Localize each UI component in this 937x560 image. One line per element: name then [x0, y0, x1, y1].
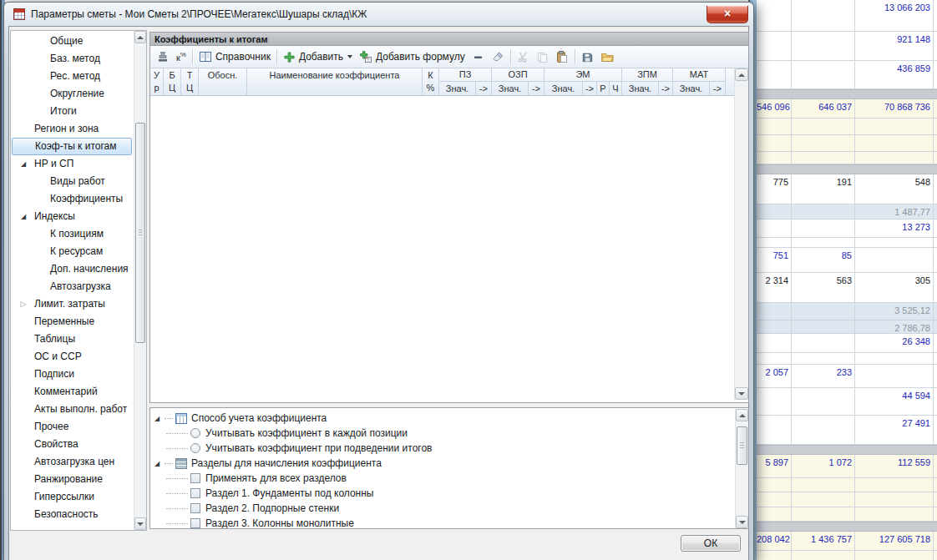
delete-button[interactable] — [468, 48, 488, 66]
col-header-bc[interactable]: БЦ — [164, 68, 181, 95]
add-formula-button[interactable]: Добавить формулу — [356, 48, 468, 66]
col-header-kpct[interactable]: К% — [423, 68, 439, 95]
checkbox[interactable] — [190, 518, 200, 528]
sidebar-item[interactable]: Гиперссылки — [12, 488, 132, 506]
col-group-em[interactable]: ЭМ Знач. -> Р Ч — [544, 68, 622, 95]
scroll-up-button[interactable] — [736, 409, 748, 421]
tree-node-checkbox[interactable]: Применять для всех разделов — [150, 471, 734, 486]
tree-node-group[interactable]: ◢Разделы для начисления коэффициента — [150, 456, 734, 471]
sidebar-item[interactable]: Коэффициенты — [12, 190, 132, 208]
tree-expanded-icon[interactable]: ◢ — [154, 415, 165, 422]
sidebar-item[interactable]: Общие — [12, 33, 132, 50]
title-bar[interactable]: Параметры сметы - Мои Сметы 2\ПРОЧЕЕ\Мег… — [4, 3, 753, 26]
scroll-down-button[interactable] — [735, 387, 748, 400]
tree-option-label: Учитывать коэффициент при подведении ито… — [205, 442, 432, 454]
coefficients-grid: Ур БЦ ТЦ Обосн. Наименование коэффициент… — [150, 68, 748, 401]
subcol-header[interactable]: Знач. — [439, 82, 476, 95]
tree-node-radio[interactable]: Учитывать коэффициент при подведении ито… — [150, 441, 734, 456]
sidebar-item[interactable]: К позициям — [12, 225, 132, 243]
sidebar-item[interactable]: Округление — [12, 85, 132, 103]
col-header-name[interactable]: Наименование коэффициента — [247, 68, 423, 95]
subcol-header[interactable]: Р — [597, 82, 610, 95]
radio-button[interactable] — [190, 443, 200, 453]
sidebar-item[interactable]: Автозагрузка цен — [12, 453, 132, 471]
checkbox[interactable] — [190, 503, 200, 513]
subcol-header[interactable]: -> — [659, 82, 673, 95]
subcol-header[interactable]: -> — [476, 82, 492, 95]
scroll-up-button[interactable] — [134, 31, 146, 43]
sidebar-item[interactable]: ОС и ССР — [12, 348, 132, 366]
sidebar-item[interactable]: Рес. метод — [12, 68, 132, 85]
sidebar-item[interactable]: ▷Лимит. затраты — [12, 295, 132, 313]
tree-expanded-icon[interactable]: ◢ — [18, 155, 28, 173]
scroll-thumb[interactable] — [135, 123, 145, 343]
tree-collapsed-icon[interactable]: ▷ — [18, 295, 28, 313]
sheet-row: 3 525,12 — [757, 303, 937, 320]
scroll-thumb[interactable] — [737, 426, 747, 465]
k-percent-button[interactable]: к% — [173, 48, 190, 66]
ok-button[interactable]: ОК — [681, 535, 741, 552]
checkbox[interactable] — [190, 488, 200, 498]
subcol-header[interactable]: -> — [710, 82, 726, 95]
add-button[interactable]: Добавить — [280, 48, 356, 66]
subcol-header[interactable]: Знач. — [544, 82, 583, 95]
paste-button[interactable] — [552, 48, 572, 66]
scroll-up-button[interactable] — [735, 68, 748, 81]
col-header-ur[interactable]: Ур — [150, 68, 164, 95]
subcol-header[interactable]: Ч — [610, 82, 622, 95]
reference-button[interactable]: Справочник — [195, 48, 274, 66]
sidebar-item[interactable]: Переменные — [12, 313, 132, 330]
sidebar-item[interactable]: ◢Индексы — [12, 208, 132, 225]
sidebar-item[interactable]: Прочее — [12, 418, 132, 436]
sidebar-item-selected[interactable]: Коэф-ты к итогам — [12, 138, 132, 155]
subcol-header[interactable]: Знач. — [622, 82, 659, 95]
tree-node-group[interactable]: ◢Способ учета коэффициента — [150, 411, 734, 426]
sidebar-item[interactable]: Комментарий — [12, 383, 132, 401]
sidebar-item[interactable]: Виды работ — [12, 173, 132, 190]
copy-button[interactable] — [533, 48, 552, 66]
grid-scrollbar[interactable] — [734, 68, 748, 400]
sidebar-item[interactable]: Регион и зона — [12, 120, 132, 138]
sidebar-item[interactable]: Итоги — [12, 103, 132, 120]
sidebar-scrollbar[interactable] — [134, 31, 146, 530]
tree-node-checkbox[interactable]: Раздел 1. Фундаменты под колонны — [150, 486, 734, 501]
sidebar-item[interactable]: Свойства — [12, 436, 132, 453]
col-header-obosn[interactable]: Обосн. — [199, 68, 247, 95]
cut-button[interactable] — [514, 48, 533, 66]
sidebar-item[interactable]: Безопасность — [12, 506, 132, 523]
subcol-header[interactable]: -> — [529, 82, 544, 95]
apply-coefficient-button[interactable] — [153, 48, 173, 66]
tree-expanded-icon[interactable]: ◢ — [18, 208, 28, 225]
clear-button[interactable] — [488, 48, 508, 66]
sidebar-item[interactable]: Автозагрузка — [12, 278, 132, 295]
subcol-header[interactable]: Знач. — [673, 82, 710, 95]
checkbox[interactable] — [190, 473, 200, 483]
sidebar-item[interactable]: Баз. метод — [12, 50, 132, 68]
open-folder-button[interactable] — [597, 48, 617, 66]
tree-expanded-icon[interactable]: ◢ — [154, 460, 165, 467]
sidebar-item[interactable]: К ресурсам — [12, 243, 132, 260]
col-group-ozp[interactable]: ОЗП Знач. -> — [492, 68, 544, 95]
col-group-pz[interactable]: ПЗ Знач. -> — [439, 68, 492, 95]
col-group-mat[interactable]: МАТ Знач. -> — [673, 68, 726, 95]
scroll-down-button[interactable] — [134, 517, 146, 530]
tree-node-radio[interactable]: Учитывать коэффициент в каждой позиции — [150, 426, 734, 441]
tree-node-checkbox[interactable]: Раздел 2. Подпорные стенки — [150, 501, 734, 516]
tree-node-checkbox[interactable]: Раздел 3. Колонны монолитные — [150, 516, 734, 528]
save-button[interactable] — [578, 48, 597, 66]
radio-button[interactable] — [190, 428, 200, 438]
col-group-zpm[interactable]: ЗПМ Знач. -> — [622, 68, 673, 95]
scroll-down-button[interactable] — [736, 516, 748, 528]
subcol-header[interactable]: Знач. — [492, 82, 529, 95]
sidebar-item[interactable]: Подписи — [12, 366, 132, 383]
close-button[interactable]: × — [707, 6, 748, 23]
sidebar-item[interactable]: ◢НР и СП — [12, 155, 132, 173]
subcol-header[interactable]: -> — [583, 82, 597, 95]
options-scrollbar[interactable] — [735, 409, 748, 528]
sidebar-item[interactable]: Ранжирование — [12, 471, 132, 488]
sidebar-item[interactable]: Акты выполн. работ — [12, 401, 132, 418]
sheet-cell — [855, 248, 934, 272]
sidebar-item[interactable]: Таблицы — [12, 330, 132, 348]
col-header-tc[interactable]: ТЦ — [181, 68, 199, 95]
sidebar-item[interactable]: Доп. начисления — [12, 260, 132, 278]
